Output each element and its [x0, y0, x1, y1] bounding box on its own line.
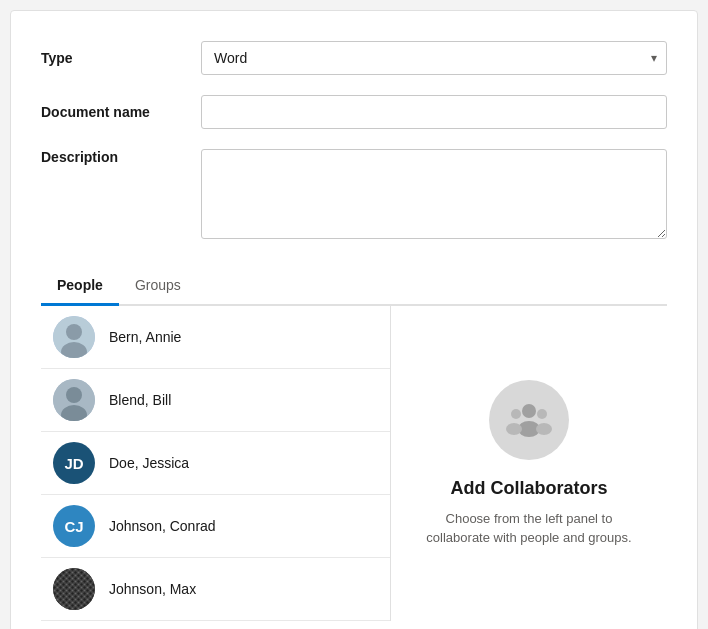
svg-point-15 [511, 409, 521, 419]
tabs-header: People Groups [41, 267, 667, 306]
right-panel: Add Collaborators Choose from the left p… [391, 306, 667, 621]
collaborators-icon [489, 380, 569, 460]
avatar: JD [53, 442, 95, 484]
list-item[interactable]: Bern, Annie [41, 306, 390, 369]
person-name: Doe, Jessica [109, 455, 189, 471]
collaborators-description: Choose from the left panel to collaborat… [421, 509, 637, 548]
avatar: CJ [53, 505, 95, 547]
tab-groups[interactable]: Groups [119, 267, 197, 306]
tabs-container: People Groups Bern, Annie [41, 267, 667, 621]
svg-point-1 [66, 324, 82, 340]
main-card: Type Word Excel PowerPoint PDF ▾ Documen… [10, 10, 698, 629]
type-row: Type Word Excel PowerPoint PDF ▾ [41, 41, 667, 75]
list-item[interactable]: Johnson, Max [41, 558, 390, 621]
avatar [53, 316, 95, 358]
people-list: Bern, Annie Blend, Bill JD [41, 306, 391, 621]
description-control [201, 149, 667, 243]
tabs-content: Bern, Annie Blend, Bill JD [41, 306, 667, 621]
tab-people[interactable]: People [41, 267, 119, 306]
description-label: Description [41, 149, 201, 165]
svg-point-16 [506, 423, 522, 435]
document-name-input[interactable] [201, 95, 667, 129]
person-name: Bern, Annie [109, 329, 181, 345]
document-name-label: Document name [41, 104, 201, 120]
add-collaborators-title: Add Collaborators [450, 478, 607, 499]
svg-point-17 [537, 409, 547, 419]
svg-point-13 [522, 404, 536, 418]
description-textarea[interactable] [201, 149, 667, 239]
list-item[interactable]: CJ Johnson, Conrad [41, 495, 390, 558]
person-name: Johnson, Conrad [109, 518, 216, 534]
list-item[interactable]: JD Doe, Jessica [41, 432, 390, 495]
type-label: Type [41, 50, 201, 66]
avatar [53, 379, 95, 421]
list-item[interactable]: Blend, Bill [41, 369, 390, 432]
document-name-row: Document name [41, 95, 667, 129]
type-control: Word Excel PowerPoint PDF ▾ [201, 41, 667, 75]
svg-point-7 [53, 568, 95, 610]
svg-point-18 [536, 423, 552, 435]
svg-point-4 [66, 387, 82, 403]
description-row: Description [41, 149, 667, 243]
document-name-control [201, 95, 667, 129]
person-name: Johnson, Max [109, 581, 196, 597]
avatar [53, 568, 95, 610]
person-name: Blend, Bill [109, 392, 171, 408]
type-select[interactable]: Word Excel PowerPoint PDF [201, 41, 667, 75]
type-select-wrapper: Word Excel PowerPoint PDF ▾ [201, 41, 667, 75]
